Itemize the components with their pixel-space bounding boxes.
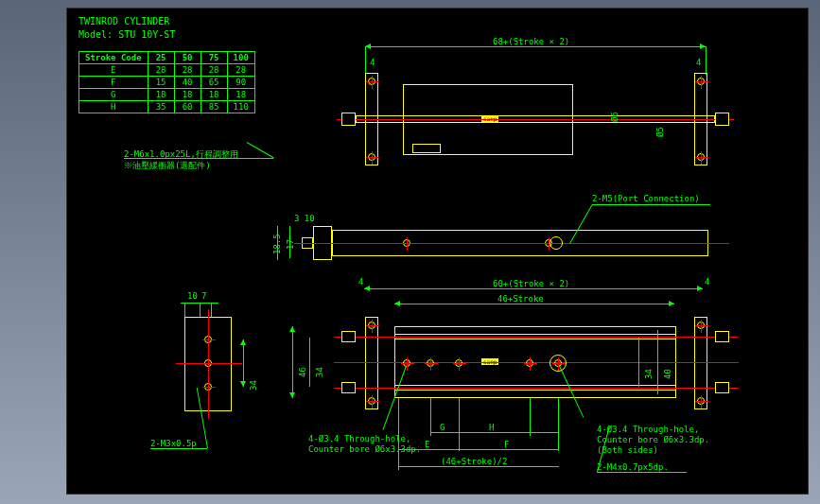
end-bolt <box>341 382 356 393</box>
note-through2c: (Both sides) <box>597 445 658 455</box>
table-row: H 35 60 85 110 <box>79 101 255 113</box>
dim-dia5: Ø5 <box>655 127 665 137</box>
dim-4: 4 <box>696 58 701 67</box>
dim-4: 4 <box>358 277 363 287</box>
centerline <box>176 363 242 364</box>
dim-overall-top: 68+(Stroke × 2) <box>493 37 569 46</box>
body-hole <box>427 359 434 367</box>
note-through2b: Counter bore Ø6x3.3dp. <box>597 435 709 444</box>
centerline <box>294 243 729 244</box>
stroke-table: Stroke Code 25 50 75 100 E 28 28 28 28 F… <box>79 51 255 113</box>
table-header: 75 <box>201 52 227 64</box>
cad-canvas: TWINROD CYLINDER Model: STU 10Y-ST Strok… <box>66 8 809 495</box>
centerline <box>334 388 739 389</box>
mounting-hole <box>697 322 705 329</box>
drawing-title-1: TWINROD CYLINDER <box>79 16 169 26</box>
end-bolt <box>715 331 729 342</box>
dim-17: 17 <box>286 239 295 250</box>
dim-h: H <box>489 423 494 432</box>
note-through1a: 4-Ø3.4 Through-hole, <box>308 434 410 443</box>
dim-310: 3 10 <box>294 214 315 223</box>
note-buffer: ※油壓緩衝器(選配件) <box>124 160 211 172</box>
dim-7: 7 <box>201 291 206 301</box>
nameplate <box>412 144 441 153</box>
centerline <box>208 309 209 419</box>
table-row: E 28 28 28 28 <box>79 64 255 77</box>
port-hole <box>403 239 410 247</box>
dim-34: 34 <box>644 369 654 379</box>
dim-overall-bottom: 60+(Stroke × 2) <box>493 279 569 288</box>
end-bolt <box>715 113 729 126</box>
note-m3: 2-M3x0.5p <box>150 439 197 448</box>
end-bolt <box>341 331 356 342</box>
centerline <box>334 337 739 338</box>
callout-circle-icon <box>550 355 567 372</box>
note-through2a: 4-Ø3.4 Through-hole, <box>597 425 699 434</box>
mounting-hole <box>368 78 375 85</box>
note-through1b: Counter bore Ø6x3.3dp. <box>308 444 421 454</box>
mounting-hole <box>368 397 375 405</box>
dim-e: E <box>425 440 429 449</box>
table-row: Stroke Code 25 50 75 100 <box>79 52 255 64</box>
table-header: 25 <box>148 52 174 64</box>
mounting-hole <box>697 78 705 85</box>
table-row: G 18 18 18 18 <box>79 89 255 101</box>
body-hole <box>455 359 462 367</box>
drawing-title-2: Model: STU 10Y-ST <box>79 29 175 40</box>
end-bolt <box>341 113 356 126</box>
mounting-hole <box>697 397 705 405</box>
dim-34: 34 <box>249 380 258 391</box>
dim-4: 4 <box>705 277 709 287</box>
body-hole <box>526 359 533 367</box>
port-circle-icon <box>550 236 563 250</box>
table-header: 50 <box>174 52 201 64</box>
table-row: F 15 40 65 90 <box>79 77 255 89</box>
dim-line <box>365 46 706 47</box>
leader-line <box>247 142 274 158</box>
dim-4: 4 <box>370 58 375 67</box>
mounting-hole <box>697 153 705 161</box>
note-port: 2-M5(Port Connection) <box>592 194 700 203</box>
table-header: Stroke Code <box>79 52 148 64</box>
dim-dia6: Ø6 <box>610 112 619 122</box>
dim-10: 10 <box>187 291 198 301</box>
dim-34: 34 <box>315 367 324 377</box>
mounting-hole <box>368 322 375 329</box>
dim-formula: (46+Stroke)/2 <box>441 457 507 466</box>
note-m4: 2-M4x0.7px5dp. <box>597 462 669 472</box>
end-bolt <box>715 382 729 393</box>
mounting-hole <box>368 153 375 161</box>
dim-46: 46 <box>298 367 307 377</box>
dim-f: F <box>504 440 509 449</box>
table-header: 100 <box>227 52 254 64</box>
dim-inner: 46+Stroke <box>497 294 544 304</box>
dim-g: G <box>440 423 445 432</box>
dim-40: 40 <box>663 369 672 379</box>
centerline <box>337 119 734 120</box>
